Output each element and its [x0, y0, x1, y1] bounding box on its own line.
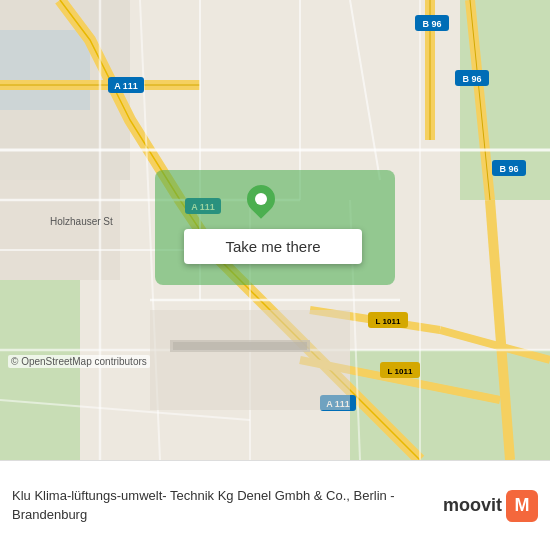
svg-text:A 111: A 111	[191, 202, 215, 212]
map-container: A 111 A 111 A 111 B 96 B 96 B 96 L 1011 …	[0, 0, 550, 460]
take-me-there-button[interactable]: Take me there	[184, 229, 362, 264]
map-attribution: © OpenStreetMap contributors	[8, 355, 150, 368]
svg-text:Holzhauser St: Holzhauser St	[50, 216, 113, 227]
svg-text:L 1011: L 1011	[388, 367, 413, 376]
bottom-info-bar: Klu Klima-lüftungs-umwelt- Technik Kg De…	[0, 460, 550, 550]
place-info: Klu Klima-lüftungs-umwelt- Technik Kg De…	[12, 487, 443, 523]
moovit-icon: M	[506, 490, 538, 522]
svg-text:L 1011: L 1011	[376, 317, 401, 326]
svg-rect-3	[0, 280, 80, 460]
svg-rect-49	[150, 310, 350, 410]
place-name-label: Klu Klima-lüftungs-umwelt- Technik Kg De…	[12, 487, 443, 523]
moovit-wordmark: moovit	[443, 495, 502, 516]
svg-text:A 111: A 111	[114, 81, 138, 91]
svg-text:B 96: B 96	[499, 164, 518, 174]
svg-text:B 96: B 96	[462, 74, 481, 84]
svg-rect-51	[173, 342, 307, 350]
svg-rect-7	[0, 180, 120, 280]
svg-text:B 96: B 96	[422, 19, 441, 29]
moovit-logo: moovit M	[443, 490, 538, 522]
